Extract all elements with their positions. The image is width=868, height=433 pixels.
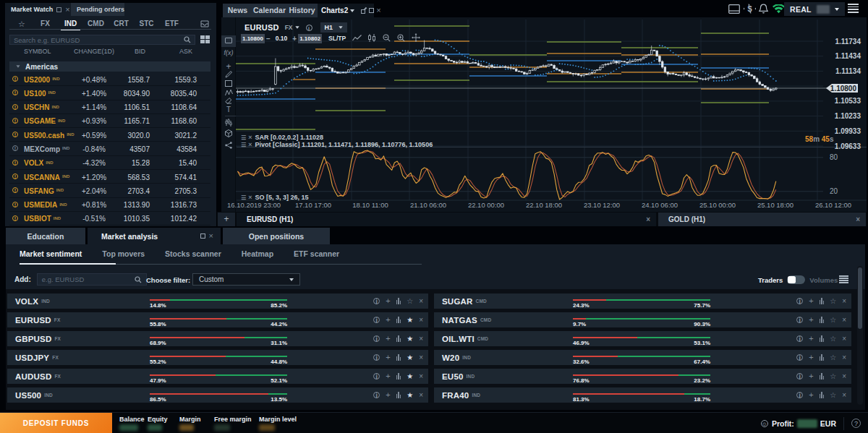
sentiment-row-w20[interactable]: W20IND32.6%67.4%i+☆×: [434, 350, 851, 365]
volume-value[interactable]: 0.10: [276, 35, 288, 42]
favorite-star-icon[interactable]: ☆: [407, 298, 413, 305]
add-icon[interactable]: +: [386, 335, 390, 343]
pan-crosshair-icon[interactable]: [412, 33, 420, 43]
legend-close-icon[interactable]: ×: [248, 194, 252, 201]
traders-chart-icon[interactable]: [396, 392, 401, 398]
favorite-star-icon[interactable]: ☆: [830, 373, 836, 380]
search-input[interactable]: Search e.g. EURUSD: [9, 35, 195, 45]
scrollbar-thumb[interactable]: [858, 267, 862, 329]
bid-price-button[interactable]: 1.10800: [241, 34, 265, 43]
remove-icon[interactable]: ×: [419, 335, 423, 343]
instrument-info-icon[interactable]: !: [12, 145, 18, 151]
instrument-info-icon[interactable]: !: [12, 187, 18, 193]
market-watch-row-mexcomp[interactable]: !MEXCompIND-0.84%4350743584: [9, 142, 210, 155]
favorite-star-icon[interactable]: ★: [407, 317, 413, 324]
category-tab-cmd[interactable]: CMD: [83, 18, 109, 30]
market-watch-row-usmedia[interactable]: !USMEDIAIND+0.81%1313.901316.73: [9, 198, 210, 212]
sentiment-row-volx[interactable]: VOLXIND14.8%85.2%i+☆×: [7, 293, 428, 309]
info-icon[interactable]: i: [373, 373, 380, 380]
info-icon[interactable]: i: [796, 298, 803, 304]
add-icon[interactable]: +: [809, 353, 813, 361]
sentiment-row-eu50[interactable]: EU50IND76.8%23.2%i+☆×: [434, 369, 851, 384]
list-menu-icon[interactable]: [839, 275, 848, 283]
add-icon[interactable]: +: [809, 297, 813, 305]
chart-tab-gold[interactable]: GOLD (H1) ×: [658, 213, 866, 226]
info-icon[interactable]: i: [306, 25, 312, 31]
favorite-star-icon[interactable]: ☆: [830, 298, 836, 305]
category-tab-fx[interactable]: FX: [33, 18, 58, 30]
traders-chart-icon[interactable]: [396, 354, 401, 361]
view-grid-icon[interactable]: [200, 35, 210, 44]
info-icon[interactable]: i: [373, 335, 380, 342]
menu-icon[interactable]: [848, 4, 859, 14]
maximize-icon[interactable]: [200, 233, 205, 239]
market-watch-row-usfang[interactable]: !USFANGIND+2.04%2703.42705.3: [9, 184, 210, 197]
traders-chart-icon[interactable]: [396, 373, 401, 380]
chart-market[interactable]: FX: [285, 24, 293, 31]
add-icon[interactable]: +: [386, 372, 390, 380]
remove-icon[interactable]: ×: [842, 392, 846, 399]
subtab-top-movers[interactable]: Top movers: [102, 249, 145, 265]
add-icon[interactable]: +: [386, 297, 390, 305]
market-watch-row-uscanna[interactable]: !USCANNAIND+1.20%568.53574.41: [9, 170, 210, 184]
sentiment-row-us500[interactable]: US500IND86.5%13.5%i+★×: [7, 387, 428, 403]
instrument-info-icon[interactable]: !: [12, 215, 18, 221]
market-watch-row-us100[interactable]: !US100IND+1.40%8034.908035.40: [9, 86, 210, 100]
indicator-legend-sar[interactable]: ☰ × SAR [0.02,0.2] 1.11028: [241, 134, 323, 141]
legend-close-icon[interactable]: ×: [248, 141, 252, 148]
search-icon[interactable]: [184, 36, 191, 43]
instrument-info-icon[interactable]: !: [12, 118, 18, 124]
info-icon[interactable]: i: [796, 317, 803, 323]
remove-icon[interactable]: ×: [419, 354, 423, 361]
zoom-in-icon[interactable]: [397, 34, 405, 43]
close-icon[interactable]: ×: [209, 232, 213, 240]
tab-education[interactable]: Education: [6, 228, 85, 244]
remove-icon[interactable]: ×: [419, 373, 423, 380]
tab-market-analysis[interactable]: Market analysis ×: [88, 228, 221, 244]
market-watch-row-us2000[interactable]: !US2000IND+0.48%1558.71559.3: [9, 72, 210, 86]
line-chart-icon[interactable]: [352, 35, 362, 43]
sentiment-row-natgas[interactable]: NATGASCMD9.7%90.3%i+☆×: [434, 312, 851, 327]
legend-close-icon[interactable]: ×: [248, 134, 252, 141]
info-icon[interactable]: i: [796, 354, 803, 361]
zoom-out-icon[interactable]: [383, 34, 391, 43]
volume-minus-button[interactable]: −: [266, 35, 271, 43]
sltp-button[interactable]: SL/TP: [328, 35, 346, 42]
deposit-funds-button[interactable]: DEPOSIT FUNDS: [0, 413, 112, 433]
sentiment-row-audusd[interactable]: AUDUSDFX47.9%52.1%i+★×: [7, 369, 428, 384]
info-icon[interactable]: i: [796, 373, 803, 380]
traders-chart-icon[interactable]: [820, 373, 825, 380]
price-chart[interactable]: 1.117341.114341.111341.105331.102331.099…: [221, 17, 867, 212]
help-icon[interactable]: ?: [851, 419, 861, 428]
instrument-info-icon[interactable]: !: [12, 132, 18, 137]
new-chart-tab-button[interactable]: +: [218, 213, 235, 226]
instrument-info-icon[interactable]: !: [12, 76, 18, 82]
indicator-legend-pivot[interactable]: ☰ × Pivot [Classic] 1.11201, 1.11471, 1.…: [241, 141, 433, 148]
add-icon[interactable]: +: [386, 316, 390, 324]
legend-menu-icon[interactable]: ☰: [241, 194, 245, 201]
add-icon[interactable]: +: [386, 353, 390, 361]
favorite-star-icon[interactable]: ★: [407, 373, 413, 380]
category-tab-etf[interactable]: ETF: [159, 18, 184, 30]
subtab-etf-scanner[interactable]: ETF scanner: [294, 249, 339, 265]
add-icon[interactable]: +: [809, 372, 813, 380]
close-icon[interactable]: ×: [856, 215, 860, 223]
remove-icon[interactable]: ×: [419, 298, 423, 305]
favorite-star-icon[interactable]: ☆: [830, 392, 836, 399]
add-symbol-input[interactable]: e.g. EURUSD: [37, 273, 147, 286]
traders-chart-icon[interactable]: [820, 335, 825, 342]
category-tab-crt[interactable]: CRT: [109, 18, 134, 30]
favorite-star-icon[interactable]: ★: [407, 392, 413, 399]
sentiment-row-gbpusd[interactable]: GBPUSDFX68.9%31.1%i+★×: [7, 331, 428, 346]
market-watch-row-uschn[interactable]: !USCHNIND+1.14%1106.511108.64: [9, 100, 210, 114]
toggle-switch[interactable]: [787, 275, 805, 284]
candlestick-icon[interactable]: [368, 34, 376, 43]
group-row-americas[interactable]: Americas: [9, 61, 210, 72]
subtab-stocks-scanner[interactable]: Stocks scanner: [165, 249, 221, 265]
sentiment-row-usdjpy[interactable]: USDJPYFX55.2%44.8%i+★×: [7, 350, 428, 365]
indicator-legend-so[interactable]: ☰ × SO [5, 3, 3] 26, 15: [241, 194, 308, 201]
account-selector[interactable]: REAL: [784, 2, 845, 16]
market-watch-row-usgame[interactable]: !USGAMEIND+0.93%1165.711168.60: [9, 114, 210, 128]
volume-plus-button[interactable]: +: [292, 35, 297, 43]
traders-chart-icon[interactable]: [396, 335, 401, 342]
